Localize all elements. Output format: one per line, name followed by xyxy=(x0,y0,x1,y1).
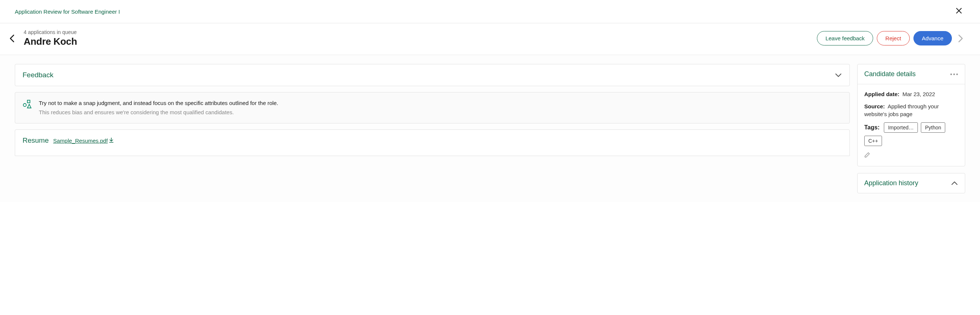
topbar: Application Review for Software Engineer… xyxy=(0,0,980,23)
resume-panel-title: Resume xyxy=(22,137,49,145)
candidate-name: Andre Koch xyxy=(24,36,77,47)
hint-text: Try not to make a snap judgment, and ins… xyxy=(39,99,278,116)
chevron-down-icon xyxy=(835,72,842,78)
applied-date-label: Applied date: xyxy=(864,91,899,97)
next-candidate-icon[interactable] xyxy=(956,32,965,45)
edit-tags-icon[interactable] xyxy=(864,152,958,159)
header-actions: Leave feedback Reject Advance xyxy=(817,31,965,46)
candidate-details-title: Candidate details xyxy=(864,70,916,78)
source-label: Source: xyxy=(864,103,885,110)
previous-candidate-icon[interactable] xyxy=(7,32,17,45)
resume-header: Resume Sample_Resumes.pdf xyxy=(22,137,842,145)
header-left: 4 applications in queue Andre Koch xyxy=(7,29,77,47)
leave-feedback-button[interactable]: Leave feedback xyxy=(817,31,873,46)
resume-file-name: Sample_Resumes.pdf xyxy=(53,138,108,144)
shapes-icon xyxy=(22,100,32,110)
main-column: Feedback Try not to make a snap judgment… xyxy=(15,64,850,193)
side-column: Candidate details Applied date: Mar 23, … xyxy=(857,64,965,193)
reject-button[interactable]: Reject xyxy=(877,31,910,46)
feedback-panel-title: Feedback xyxy=(22,71,53,79)
hint-line-1: Try not to make a snap judgment, and ins… xyxy=(39,99,278,108)
resume-panel: Resume Sample_Resumes.pdf xyxy=(15,129,850,156)
candidate-details-panel: Candidate details Applied date: Mar 23, … xyxy=(857,64,965,166)
tags-row: Tags: Imported March 2022 Python C++ xyxy=(864,123,958,146)
candidate-details-body: Applied date: Mar 23, 2022 Source: Appli… xyxy=(858,84,965,166)
close-icon[interactable] xyxy=(953,5,965,18)
tags-label: Tags: xyxy=(864,124,880,131)
more-options-icon[interactable] xyxy=(950,73,958,75)
bias-hint: Try not to make a snap judgment, and ins… xyxy=(15,92,850,124)
candidate-details-header: Candidate details xyxy=(858,64,965,84)
download-icon xyxy=(109,138,113,144)
queue-count: 4 applications in queue xyxy=(24,29,77,35)
svg-point-2 xyxy=(23,103,26,107)
feedback-panel-header[interactable]: Feedback xyxy=(15,64,850,86)
header: 4 applications in queue Andre Koch Leave… xyxy=(0,23,980,55)
tag-item[interactable]: Imported March 2022 xyxy=(884,123,918,133)
tag-item[interactable]: Python xyxy=(921,123,945,133)
application-history-header[interactable]: Application history xyxy=(858,173,965,193)
candidate-info: 4 applications in queue Andre Koch xyxy=(24,29,77,47)
svg-rect-3 xyxy=(27,100,30,103)
source-row: Source: Applied through your website's j… xyxy=(864,102,958,118)
application-history-panel: Application history xyxy=(857,173,965,193)
svg-point-8 xyxy=(953,73,955,75)
applied-date-value: Mar 23, 2022 xyxy=(902,91,935,97)
page-title: Application Review for Software Engineer… xyxy=(15,8,120,15)
advance-button[interactable]: Advance xyxy=(913,31,952,46)
svg-point-7 xyxy=(950,73,952,75)
feedback-panel: Feedback xyxy=(15,64,850,86)
svg-marker-4 xyxy=(27,104,31,108)
body-content: Feedback Try not to make a snap judgment… xyxy=(0,55,980,202)
svg-point-9 xyxy=(956,73,958,75)
application-history-title: Application history xyxy=(864,179,918,187)
applied-date-row: Applied date: Mar 23, 2022 xyxy=(864,90,958,98)
resume-download-link[interactable]: Sample_Resumes.pdf xyxy=(53,138,114,144)
hint-line-2: This reduces bias and ensures we're cons… xyxy=(39,108,278,117)
chevron-up-icon xyxy=(951,181,958,186)
tag-item[interactable]: C++ xyxy=(864,136,882,146)
